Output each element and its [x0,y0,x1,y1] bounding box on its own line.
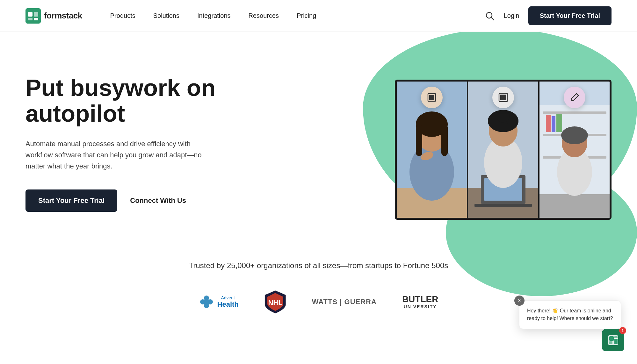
svg-rect-23 [474,204,532,207]
nhl-shield-icon: NHL [264,289,286,315]
svg-rect-51 [609,341,612,344]
formstack-logo-icon [25,8,41,24]
svg-rect-4 [34,18,38,20]
search-icon [485,11,495,21]
nav-resources[interactable]: Resources [240,9,288,23]
svg-point-29 [497,110,510,123]
advent-health-logo: Advent Health [199,294,239,310]
butler-university-logo: BUTLER UNIVERSITY [402,295,438,309]
logo-text: formstack [44,11,82,21]
search-button[interactable] [485,11,495,21]
nav-products[interactable]: Products [101,9,144,23]
svg-rect-33 [543,111,606,114]
hero-title: Put busywork on autopilot [25,75,249,127]
svg-rect-31 [539,194,610,218]
nav-solutions[interactable]: Solutions [144,9,188,23]
hero-cta-primary[interactable]: Start Your Free Trial [25,189,117,212]
badge-icon-2 [492,87,514,108]
chat-bubble: × Hey there! 👋 Our team is online and re… [519,300,621,329]
advent-health-text: Advent Health [217,296,239,308]
svg-point-46 [203,299,210,305]
svg-rect-38 [556,114,562,132]
navbar: formstack Products Solutions Integration… [0,0,637,32]
svg-rect-49 [609,336,614,341]
svg-rect-3 [28,18,33,20]
nav-pricing[interactable]: Pricing [288,9,325,23]
hero-buttons: Start Your Free Trial Connect With Us [25,189,249,212]
login-link[interactable]: Login [504,12,519,19]
svg-rect-0 [25,8,41,24]
svg-rect-37 [552,116,555,132]
chat-open-button[interactable]: 1 [602,329,624,351]
svg-rect-14 [416,124,422,156]
nav-integrations[interactable]: Integrations [188,9,240,23]
svg-point-41 [561,126,588,144]
chat-message: Hey there! 👋 Our team is online and read… [527,307,613,322]
chat-close-button[interactable]: × [514,296,525,306]
svg-rect-52 [614,339,618,344]
chat-bot-icon [607,334,619,346]
svg-rect-1 [28,12,33,17]
collage-panel-3 [538,82,610,218]
logo-link[interactable]: formstack [25,8,82,24]
badge-icon-3 [564,87,585,108]
advent-health-icon [199,294,214,310]
svg-line-6 [491,18,494,20]
svg-rect-18 [500,95,506,100]
hero-visual [249,54,612,232]
svg-rect-36 [546,115,551,132]
watts-guerra-text: WATTS | GUERRA [312,298,377,306]
svg-rect-8 [429,95,434,100]
collage-panel-2 [467,82,538,218]
chat-notification-badge: 1 [619,327,626,334]
hero-cta-secondary[interactable]: Connect With Us [130,196,186,205]
chat-widget: × Hey there! 👋 Our team is online and re… [602,329,624,351]
hero-section: Put busywork on autopilot Automate manua… [0,32,637,236]
svg-text:NHL: NHL [268,299,282,307]
hero-content: Put busywork on autopilot Automate manua… [25,75,249,212]
hero-image-collage [395,80,612,220]
watts-guerra-logo: WATTS | GUERRA [312,298,377,306]
nav-links: Products Solutions Integrations Resource… [101,9,485,23]
nhl-logo: NHL [264,289,286,315]
svg-rect-15 [441,124,448,156]
hero-subtitle: Automate manual processes and drive effi… [25,138,210,172]
svg-rect-50 [614,336,618,338]
collage-panel-1 [397,82,467,218]
badge-icon-1 [421,87,443,108]
nav-cta-button[interactable]: Start Your Free Trial [528,6,612,25]
svg-rect-2 [34,12,38,17]
nav-right: Login Start Your Free Trial [485,6,612,25]
